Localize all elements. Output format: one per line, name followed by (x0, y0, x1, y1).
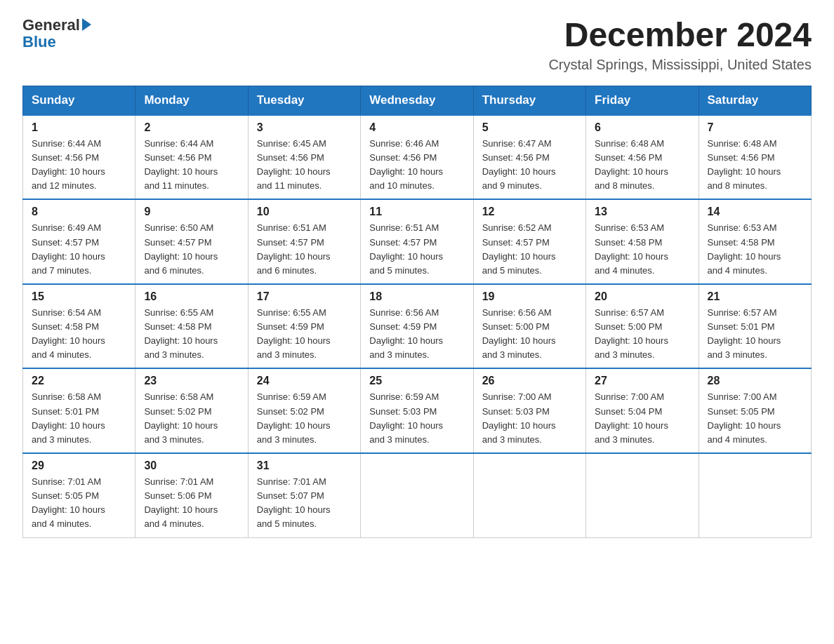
calendar-cell (699, 453, 811, 537)
month-title: December 2024 (548, 17, 812, 54)
day-number: 11 (369, 206, 464, 218)
day-number: 17 (257, 290, 352, 303)
calendar-table: Sunday Monday Tuesday Wednesday Thursday… (22, 86, 812, 538)
calendar-cell: 3 Sunrise: 6:45 AM Sunset: 4:56 PM Dayli… (248, 115, 360, 200)
day-number: 28 (708, 375, 802, 387)
calendar-cell: 25 Sunrise: 6:59 AM Sunset: 5:03 PM Dayl… (361, 368, 473, 453)
calendar-cell: 31 Sunrise: 7:01 AM Sunset: 5:07 PM Dayl… (248, 453, 360, 537)
calendar-cell: 21 Sunrise: 6:57 AM Sunset: 5:01 PM Dayl… (699, 284, 811, 369)
calendar-cell (473, 453, 585, 537)
day-info: Sunrise: 6:47 AM Sunset: 4:56 PM Dayligh… (482, 137, 577, 194)
calendar-cell: 4 Sunrise: 6:46 AM Sunset: 4:56 PM Dayli… (361, 115, 473, 200)
day-info: Sunrise: 6:52 AM Sunset: 4:57 PM Dayligh… (482, 221, 577, 278)
day-number: 30 (144, 459, 239, 472)
calendar-cell: 2 Sunrise: 6:44 AM Sunset: 4:56 PM Dayli… (135, 115, 248, 200)
day-info: Sunrise: 6:56 AM Sunset: 4:59 PM Dayligh… (369, 306, 464, 363)
day-number: 31 (257, 459, 352, 472)
day-number: 25 (369, 375, 464, 387)
day-number: 18 (369, 290, 464, 303)
day-number: 2 (144, 121, 239, 134)
day-number: 23 (144, 375, 239, 387)
day-info: Sunrise: 6:55 AM Sunset: 4:58 PM Dayligh… (144, 306, 239, 363)
page-header: General Blue December 2024 Crystal Sprin… (22, 17, 812, 73)
day-number: 3 (257, 121, 352, 134)
day-number: 26 (482, 375, 577, 387)
day-number: 5 (482, 121, 577, 134)
day-number: 12 (482, 206, 577, 218)
day-info: Sunrise: 6:55 AM Sunset: 4:59 PM Dayligh… (257, 306, 352, 363)
day-info: Sunrise: 7:00 AM Sunset: 5:03 PM Dayligh… (482, 390, 577, 447)
day-number: 6 (595, 121, 689, 134)
day-info: Sunrise: 6:51 AM Sunset: 4:57 PM Dayligh… (369, 221, 464, 278)
day-info: Sunrise: 7:01 AM Sunset: 5:05 PM Dayligh… (32, 475, 126, 532)
location-subtitle: Crystal Springs, Mississippi, United Sta… (548, 57, 812, 73)
calendar-cell: 15 Sunrise: 6:54 AM Sunset: 4:58 PM Dayl… (23, 284, 135, 369)
day-number: 13 (595, 206, 689, 218)
logo-arrow-icon (82, 18, 91, 31)
calendar-cell: 12 Sunrise: 6:52 AM Sunset: 4:57 PM Dayl… (473, 199, 585, 284)
days-of-week-row: Sunday Monday Tuesday Wednesday Thursday… (23, 86, 812, 115)
day-number: 19 (482, 290, 577, 303)
day-info: Sunrise: 6:53 AM Sunset: 4:58 PM Dayligh… (595, 221, 689, 278)
title-block: December 2024 Crystal Springs, Mississip… (548, 17, 812, 73)
calendar-cell: 8 Sunrise: 6:49 AM Sunset: 4:57 PM Dayli… (23, 199, 135, 284)
logo: General Blue (22, 17, 91, 51)
day-number: 20 (595, 290, 689, 303)
calendar-cell: 7 Sunrise: 6:48 AM Sunset: 4:56 PM Dayli… (699, 115, 811, 200)
calendar-cell: 17 Sunrise: 6:55 AM Sunset: 4:59 PM Dayl… (248, 284, 360, 369)
calendar-cell (361, 453, 473, 537)
calendar-cell: 20 Sunrise: 6:57 AM Sunset: 5:00 PM Dayl… (586, 284, 699, 369)
day-info: Sunrise: 6:45 AM Sunset: 4:56 PM Dayligh… (257, 137, 352, 194)
day-info: Sunrise: 6:44 AM Sunset: 4:56 PM Dayligh… (144, 137, 239, 194)
day-number: 29 (32, 459, 126, 472)
calendar-cell: 27 Sunrise: 7:00 AM Sunset: 5:04 PM Dayl… (586, 368, 699, 453)
calendar-cell: 11 Sunrise: 6:51 AM Sunset: 4:57 PM Dayl… (361, 199, 473, 284)
day-info: Sunrise: 7:00 AM Sunset: 5:04 PM Dayligh… (595, 390, 689, 447)
day-number: 24 (257, 375, 352, 387)
week-row-1: 1 Sunrise: 6:44 AM Sunset: 4:56 PM Dayli… (23, 115, 812, 200)
col-sunday: Sunday (23, 86, 135, 115)
day-number: 1 (32, 121, 126, 134)
calendar-cell: 23 Sunrise: 6:58 AM Sunset: 5:02 PM Dayl… (135, 368, 248, 453)
day-info: Sunrise: 6:59 AM Sunset: 5:02 PM Dayligh… (257, 390, 352, 447)
day-number: 7 (708, 121, 802, 134)
calendar-cell: 19 Sunrise: 6:56 AM Sunset: 5:00 PM Dayl… (473, 284, 585, 369)
day-info: Sunrise: 6:57 AM Sunset: 5:01 PM Dayligh… (708, 306, 802, 363)
col-monday: Monday (135, 86, 248, 115)
col-friday: Friday (586, 86, 699, 115)
week-row-3: 15 Sunrise: 6:54 AM Sunset: 4:58 PM Dayl… (23, 284, 812, 369)
calendar-cell: 13 Sunrise: 6:53 AM Sunset: 4:58 PM Dayl… (586, 199, 699, 284)
day-info: Sunrise: 6:58 AM Sunset: 5:02 PM Dayligh… (144, 390, 239, 447)
day-info: Sunrise: 6:44 AM Sunset: 4:56 PM Dayligh… (32, 137, 126, 194)
calendar-cell: 28 Sunrise: 7:00 AM Sunset: 5:05 PM Dayl… (699, 368, 811, 453)
col-thursday: Thursday (473, 86, 585, 115)
day-info: Sunrise: 6:56 AM Sunset: 5:00 PM Dayligh… (482, 306, 577, 363)
logo-general-text: General (22, 16, 80, 34)
day-number: 21 (708, 290, 802, 303)
calendar-cell: 14 Sunrise: 6:53 AM Sunset: 4:58 PM Dayl… (699, 199, 811, 284)
calendar-cell: 6 Sunrise: 6:48 AM Sunset: 4:56 PM Dayli… (586, 115, 699, 200)
col-wednesday: Wednesday (361, 86, 473, 115)
week-row-4: 22 Sunrise: 6:58 AM Sunset: 5:01 PM Dayl… (23, 368, 812, 453)
day-info: Sunrise: 6:58 AM Sunset: 5:01 PM Dayligh… (32, 390, 126, 447)
calendar-cell: 5 Sunrise: 6:47 AM Sunset: 4:56 PM Dayli… (473, 115, 585, 200)
day-info: Sunrise: 6:54 AM Sunset: 4:58 PM Dayligh… (32, 306, 126, 363)
day-number: 4 (369, 121, 464, 134)
day-info: Sunrise: 7:00 AM Sunset: 5:05 PM Dayligh… (708, 390, 802, 447)
calendar-cell: 26 Sunrise: 7:00 AM Sunset: 5:03 PM Dayl… (473, 368, 585, 453)
day-number: 16 (144, 290, 239, 303)
calendar-cell: 16 Sunrise: 6:55 AM Sunset: 4:58 PM Dayl… (135, 284, 248, 369)
calendar-cell: 24 Sunrise: 6:59 AM Sunset: 5:02 PM Dayl… (248, 368, 360, 453)
day-number: 14 (708, 206, 802, 218)
day-info: Sunrise: 6:46 AM Sunset: 4:56 PM Dayligh… (369, 137, 464, 194)
calendar-cell: 9 Sunrise: 6:50 AM Sunset: 4:57 PM Dayli… (135, 199, 248, 284)
col-tuesday: Tuesday (248, 86, 360, 115)
day-info: Sunrise: 7:01 AM Sunset: 5:07 PM Dayligh… (257, 475, 352, 532)
day-info: Sunrise: 6:53 AM Sunset: 4:58 PM Dayligh… (708, 221, 802, 278)
calendar-cell (586, 453, 699, 537)
day-number: 27 (595, 375, 689, 387)
day-info: Sunrise: 6:49 AM Sunset: 4:57 PM Dayligh… (32, 221, 126, 278)
calendar-cell: 29 Sunrise: 7:01 AM Sunset: 5:05 PM Dayl… (23, 453, 135, 537)
calendar-cell: 22 Sunrise: 6:58 AM Sunset: 5:01 PM Dayl… (23, 368, 135, 453)
day-number: 9 (144, 206, 239, 218)
